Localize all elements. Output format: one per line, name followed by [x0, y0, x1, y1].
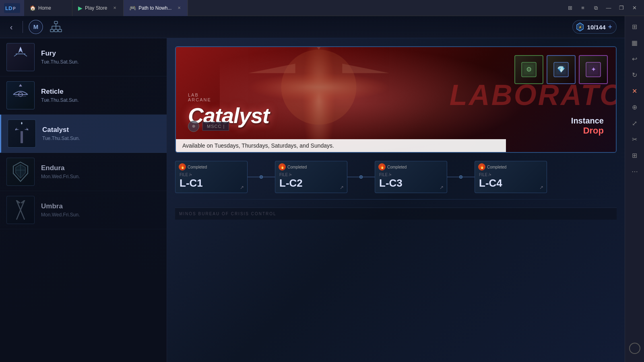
currency-add-button[interactable]: + [608, 23, 612, 31]
sidebar-item-endura[interactable]: Endura Mon.Wed.Fri.Sun. [0, 153, 167, 191]
playstore-tab-close[interactable]: ✕ [112, 5, 118, 11]
tab-home[interactable]: 🏠 fury Home [24, 0, 72, 16]
lc1-completed-text: Completed [188, 165, 207, 169]
sidebar-item-fury[interactable]: Fury Tue.Thu.Sat.Sun. [0, 38, 167, 76]
right-tool-apps[interactable]: ⊞ [627, 148, 642, 162]
back-button[interactable]: ‹ [4, 20, 19, 34]
grid-icon[interactable]: ⊞ [564, 2, 576, 14]
catalyst-weapon-icon [11, 121, 32, 146]
tab-playstore[interactable]: ▶ Play Store ✕ [72, 0, 124, 16]
main-content: LABORATO LAB ARCANE Catalyst [167, 38, 625, 362]
stage-lc3[interactable]: 🔥 Completed FILE /• L-C3 ↗ [375, 161, 447, 193]
sidebar-item-reticle[interactable]: Reticle Tue.Thu.Sat.Sun. [0, 76, 167, 115]
left-sidebar: Fury Tue.Thu.Sat.Sun. [0, 38, 167, 362]
catalyst-icon-container [8, 119, 36, 148]
instance-drop-area: Instance Drop [571, 116, 604, 136]
right-tool-layout[interactable]: ▦ [627, 35, 642, 50]
banner-lab-label: LAB ARCANE [188, 93, 269, 102]
window-controls: ⊞ ≡ ⧉ — ❐ ✕ [560, 2, 644, 14]
connector-dot [359, 175, 363, 179]
right-tool-add[interactable]: ⊕ [627, 100, 642, 114]
minimize-button[interactable]: — [603, 2, 614, 14]
lc4-completed-text: Completed [487, 165, 506, 169]
right-tool-cut[interactable]: ✂ [627, 132, 642, 146]
banner-container: LABORATO LAB ARCANE Catalyst [175, 46, 617, 153]
right-tool-more[interactable]: ⋯ [627, 164, 642, 179]
right-tool-fullscreen[interactable]: ⤢ [627, 116, 642, 130]
connector-line [462, 177, 475, 177]
tab-game[interactable]: 🎮 Path to Nowh... ✕ [124, 0, 188, 16]
banner-badge-area: ⊕ MSCC | [188, 121, 229, 132]
connector-dot [459, 175, 462, 179]
stage-lc1[interactable]: 🔥 Completed FILE /• L-C1 ↗ [175, 161, 248, 193]
lc4-completed-icon: 🔥 [478, 163, 485, 171]
lc1-code: L-C1 [180, 177, 243, 189]
layout-icon[interactable]: ⧉ [590, 2, 601, 14]
lc4-completed-badge: 🔥 Completed [478, 163, 506, 171]
currency-icon: ⚡ [575, 22, 585, 32]
reticle-days: Tue.Thu.Sat.Sun. [41, 97, 160, 103]
game-tab-close[interactable]: ✕ [176, 5, 182, 11]
lc3-completed-text: Completed [387, 165, 407, 169]
banner-background: LABORATO LAB ARCANE Catalyst [176, 47, 616, 152]
lc2-completed-icon: 🔥 [279, 163, 286, 171]
right-tool-back[interactable]: ↩ [627, 51, 642, 66]
endura-weapon-icon [10, 160, 31, 184]
right-tool-grid[interactable]: ⊞ [627, 19, 642, 34]
banner-rewards: ⚙ 💎 [514, 55, 608, 84]
catalyst-days: Tue.Thu.Sat.Sun. [42, 136, 160, 141]
connector-line [248, 177, 260, 177]
badge-circle: ⊕ [188, 121, 199, 132]
umbra-days: Mon.Wed.Fri.Sun. [41, 212, 160, 218]
playstore-icon: ▶ [78, 5, 83, 11]
right-tool-forward[interactable]: ↻ [627, 68, 642, 82]
catalyst-name: Catalyst [42, 126, 160, 134]
close-button[interactable]: ✕ [629, 2, 640, 14]
svg-rect-8 [54, 29, 58, 32]
umbra-weapon-icon [10, 198, 31, 222]
instance-label: Instance [571, 116, 604, 125]
stages-container: 🔥 Completed FILE /• L-C1 ↗ 🔥 Completed [175, 161, 617, 193]
reward-item-1[interactable]: ⚙ [514, 55, 543, 84]
connector-3-4 [447, 175, 475, 179]
reward-item-3[interactable]: ✦ [579, 55, 608, 84]
sidebar-item-catalyst[interactable]: Catalyst Tue.Thu.Sat.Sun. [0, 115, 167, 153]
sidebar-item-umbra[interactable]: Umbra Mon.Wed.Fri.Sun. [0, 191, 167, 229]
endura-days: Mon.Wed.Fri.Sun. [41, 174, 160, 179]
lc1-file-label: FILE /• [180, 173, 243, 177]
home-icon: 🏠 [30, 5, 36, 11]
connector-2-3 [347, 175, 375, 179]
reticle-info: Reticle Tue.Thu.Sat.Sun. [41, 88, 160, 103]
lc3-completed-badge: 🔥 Completed [378, 163, 407, 171]
reward-item-2[interactable]: 💎 [547, 55, 576, 84]
connector-line [263, 177, 275, 177]
character-menu-icon[interactable]: M [27, 18, 45, 36]
menu-icon[interactable]: ≡ [577, 2, 588, 14]
stage-lc4[interactable]: 🔥 Completed FILE /• L-C4 ↗ [475, 161, 547, 193]
lc4-file-label: FILE /• [479, 173, 543, 177]
lc3-code: L-C3 [379, 177, 443, 189]
right-tool-circle[interactable] [629, 343, 640, 354]
right-tool-close[interactable]: ✕ [627, 84, 642, 98]
svg-marker-27 [19, 84, 22, 86]
connector-dot [260, 175, 263, 179]
connector-line [447, 177, 459, 177]
fury-name: Fury [41, 49, 160, 58]
endura-info: Endura Mon.Wed.Fri.Sun. [41, 164, 160, 179]
fury-info: Fury Tue.Thu.Sat.Sun. [41, 49, 160, 65]
umbra-info: Umbra Mon.Wed.Fri.Sun. [41, 202, 160, 218]
lc3-file-label: FILE /• [379, 173, 443, 177]
currency-display: ⚡ 10/144 + [572, 20, 617, 34]
lc2-file-label: FILE /• [279, 173, 343, 177]
topbar-divider [23, 21, 23, 33]
endura-icon-container [6, 158, 35, 186]
titlebar: LD P 🏠 fury Home ▶ Play Store ✕ 🎮 Path t… [0, 0, 644, 16]
svg-text:M: M [33, 23, 39, 30]
organization-icon[interactable] [47, 18, 65, 36]
game-topbar: ‹ M [0, 16, 625, 38]
svg-rect-6 [54, 21, 58, 24]
maximize-button[interactable]: ❐ [616, 2, 627, 14]
banner-bottom-row: ⊕ MSCC | Instance Drop [188, 116, 604, 136]
svg-text:LD: LD [5, 5, 12, 11]
stage-lc2[interactable]: 🔥 Completed FILE /• L-C2 ↗ [275, 161, 347, 193]
